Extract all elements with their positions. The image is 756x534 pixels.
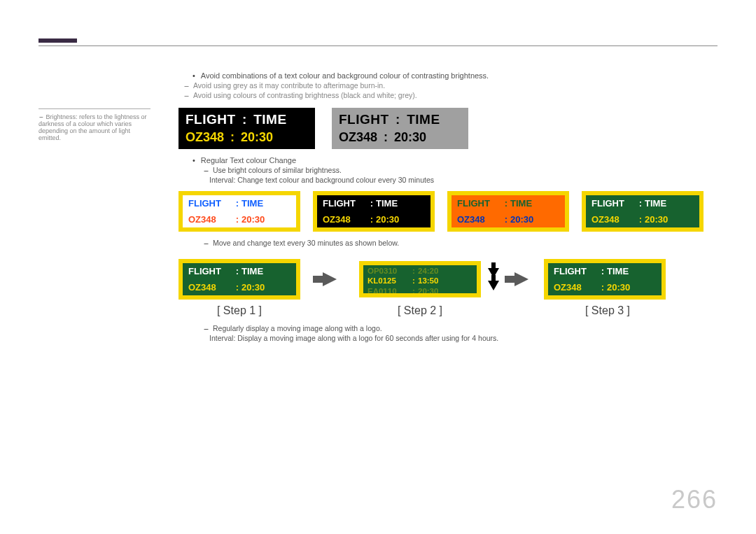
sidebar-note-text: Brightness: refers to the lightness or d…	[38, 113, 147, 141]
hdr-flight: FLIGHT	[339, 112, 389, 127]
big-panel-grey: FLIGHT : TIME OZ348 : 20:30	[332, 108, 468, 149]
val-time: 20:30	[241, 130, 273, 144]
header-rule	[38, 45, 718, 46]
val-code: OZ348	[339, 130, 377, 144]
header-accent	[38, 38, 77, 43]
arrow-step2-step3	[506, 257, 537, 302]
sidebar-note: ‒ Brightness: refers to the lightness or…	[38, 108, 150, 141]
tail-dash: Regularly display a moving image along w…	[204, 324, 724, 332]
mid-sub2: Interval: Change text colour and backgro…	[209, 176, 724, 184]
hdr-flight: FLIGHT	[186, 112, 236, 127]
intro-dash1: Avoid using grey as it may contribute to…	[184, 81, 724, 90]
step3-label: [ Step 3 ]	[547, 304, 668, 317]
mid-bullet: Regular Text colour Change	[192, 156, 724, 164]
move-instruction: Move and change text every 30 minutes as…	[204, 239, 724, 247]
colour-variants-row: FLIGHT:TIME OZ348:20:30 FLIGHT:TIME OZ34…	[178, 191, 724, 232]
steps-row: FLIGHT:TIME OZ348:20:30 OP0310:24:20 KL0…	[178, 257, 724, 302]
step-labels-row: [ Step 1 ] [ Step 2 ] [ Step 3 ]	[178, 304, 724, 317]
mid-sub1: Use bright colours of similar brightness…	[204, 166, 724, 174]
variant-panel-2: FLIGHT:TIME OZ348:20:30	[313, 191, 435, 232]
step1-label: [ Step 1 ]	[178, 304, 300, 317]
main-content: Avoid combinations of a text colour and …	[178, 70, 724, 344]
intro-dash2: Avoid using colours of contrasting brigh…	[184, 91, 724, 99]
step2-panel: OP0310:24:20 KL0125:13:50 EA0110:20:30 K…	[359, 261, 481, 297]
arrow-right-icon	[323, 272, 337, 286]
variant-panel-4: FLIGHT:TIME OZ348:20:30	[582, 191, 704, 232]
intro-bullet: Avoid combinations of a text colour and …	[192, 71, 724, 80]
hdr-time: TIME	[407, 112, 440, 127]
arrow-down-icon	[488, 281, 499, 290]
tail-sub: Interval: Display a moving image along w…	[209, 334, 724, 342]
step2-label: [ Step 2 ]	[359, 304, 481, 317]
step1-panel: FLIGHT:TIME OZ348:20:30	[178, 259, 300, 300]
variant-panel-3: FLIGHT:TIME OZ348:20:30	[447, 191, 569, 232]
step3-panel: FLIGHT:TIME OZ348:20:30	[544, 259, 666, 300]
variant-panel-1: FLIGHT:TIME OZ348:20:30	[178, 191, 300, 232]
big-panel-black: FLIGHT : TIME OZ348 : 20:30	[178, 108, 315, 149]
arrow-right-icon	[514, 272, 528, 286]
val-time: 20:30	[394, 130, 426, 144]
arrow-down-group	[488, 257, 499, 302]
page-number: 266	[671, 485, 718, 514]
val-code: OZ348	[186, 130, 224, 144]
big-panels-row: FLIGHT : TIME OZ348 : 20:30 FLIGHT : TIM…	[178, 108, 724, 149]
hdr-time: TIME	[253, 112, 286, 127]
arrow-step1-step2	[307, 257, 352, 302]
